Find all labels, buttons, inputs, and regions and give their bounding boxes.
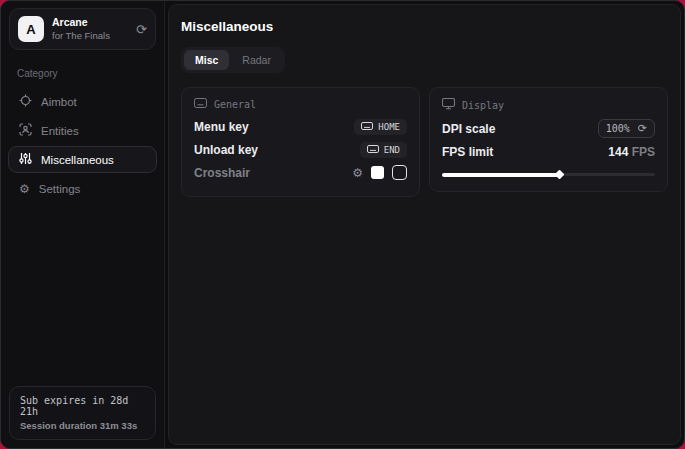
sidebar-item-label: Entities	[41, 125, 79, 137]
menu-key-value: HOME	[378, 122, 400, 132]
sidebar-item-label: Miscellaneous	[41, 154, 114, 166]
display-card-title: Display	[462, 100, 504, 111]
cards-row: General Menu key HOME	[181, 87, 668, 197]
sidebar-item-label: Aimbot	[41, 96, 77, 108]
monitor-icon	[442, 98, 455, 112]
menu-key-binding[interactable]: HOME	[354, 119, 407, 135]
unload-key-label: Unload key	[194, 143, 258, 157]
category-label: Category	[1, 55, 164, 84]
dpi-scale-value: 100%	[606, 123, 630, 134]
sidebar-item-settings[interactable]: ⚙ Settings	[8, 175, 157, 202]
subscription-expiry: Sub expires in 28d 21h	[20, 395, 145, 417]
keyboard-icon	[194, 98, 207, 110]
crosshair-color-swatch[interactable]	[371, 166, 384, 179]
slider-fill	[442, 173, 559, 177]
dpi-scale-row: DPI scale 100% ⟳	[442, 117, 655, 140]
avatar: A	[18, 16, 44, 42]
sidebar-nav: Aimbot Entities	[1, 84, 164, 206]
subscription-card: Sub expires in 28d 21h Session duration …	[9, 386, 156, 440]
user-name: Arcane	[52, 16, 128, 30]
dpi-scale-label: DPI scale	[442, 122, 495, 136]
sidebar-item-label: Settings	[39, 183, 81, 195]
sidebar-item-miscellaneous[interactable]: Miscellaneous	[8, 146, 157, 173]
unload-key-row: Unload key END	[194, 138, 407, 161]
app-window: A Arcane for The Finals ⟳ Category Aimbo…	[0, 0, 685, 449]
menu-key-row: Menu key HOME	[194, 115, 407, 138]
tab-bar: Misc Radar	[181, 47, 285, 73]
main-area: Miscellaneous Misc Radar	[165, 1, 684, 448]
crosshair-row: Crosshair ⚙	[194, 161, 407, 184]
sidebar-item-entities[interactable]: Entities	[8, 117, 157, 144]
crosshair-label: Crosshair	[194, 166, 250, 180]
user-meta: Arcane for The Finals	[52, 16, 128, 42]
gear-icon: ⚙	[19, 182, 30, 196]
unload-key-binding[interactable]: END	[360, 142, 407, 158]
fps-limit-slider[interactable]	[442, 170, 655, 179]
fps-limit-value: 144 FPS	[608, 145, 655, 159]
crosshair-settings-gear-icon[interactable]: ⚙	[352, 166, 363, 180]
crosshair-icon	[19, 94, 32, 109]
crosshair-controls: ⚙	[352, 165, 407, 180]
display-card: Display DPI scale 100% ⟳ FPS limit 144	[429, 87, 668, 192]
fps-limit-row: FPS limit 144 FPS	[442, 140, 655, 163]
sidebar: A Arcane for The Finals ⟳ Category Aimbo…	[1, 1, 165, 448]
fps-number: 144	[608, 145, 628, 159]
entities-icon	[19, 123, 32, 138]
session-duration: Session duration 31m 33s	[20, 420, 145, 431]
tab-radar[interactable]: Radar	[231, 50, 282, 70]
general-card-header: General	[194, 98, 407, 110]
user-subtitle: for The Finals	[52, 30, 128, 42]
crosshair-toggle-checkbox[interactable]	[392, 165, 407, 180]
user-card: A Arcane for The Finals ⟳	[9, 8, 156, 50]
fps-limit-label: FPS limit	[442, 145, 493, 159]
slider-thumb[interactable]	[555, 170, 565, 180]
refresh-icon[interactable]: ⟳	[638, 122, 647, 135]
general-card-title: General	[214, 99, 256, 110]
sidebar-item-aimbot[interactable]: Aimbot	[8, 88, 157, 115]
display-card-header: Display	[442, 98, 655, 112]
dpi-scale-control[interactable]: 100% ⟳	[598, 119, 655, 138]
page-title: Miscellaneous	[181, 19, 668, 34]
menu-key-label: Menu key	[194, 120, 249, 134]
keyboard-icon	[361, 122, 373, 132]
keyboard-icon	[367, 145, 379, 155]
tab-misc[interactable]: Misc	[184, 50, 229, 70]
unload-key-value: END	[384, 145, 400, 155]
fps-unit: FPS	[632, 145, 655, 159]
main-panel: Miscellaneous Misc Radar	[168, 4, 681, 445]
sync-icon[interactable]: ⟳	[136, 22, 147, 37]
sliders-icon	[19, 152, 32, 167]
general-card: General Menu key HOME	[181, 87, 420, 197]
